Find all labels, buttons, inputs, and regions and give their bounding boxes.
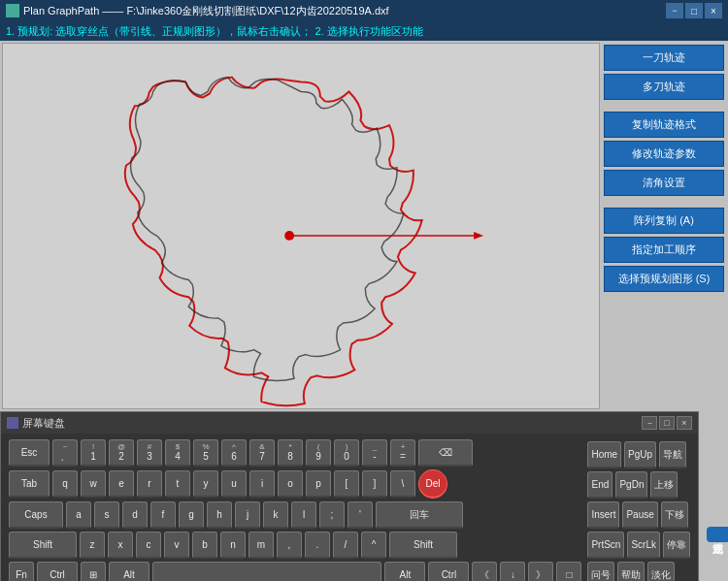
key-move-down[interactable]: 下移 (661, 501, 688, 529)
key-t[interactable]: t (165, 470, 190, 498)
key-end[interactable]: End (587, 471, 612, 499)
key-a[interactable]: a (66, 501, 91, 529)
key-right[interactable]: 》 (528, 562, 553, 581)
key-8[interactable]: *8 (278, 439, 303, 467)
key-o[interactable]: o (278, 470, 303, 498)
key-g[interactable]: g (179, 501, 204, 529)
key-dock[interactable]: 停靠 (663, 532, 690, 559)
key-k[interactable]: k (263, 501, 288, 529)
key-left[interactable]: 《 (472, 562, 497, 581)
key-del[interactable]: Del (418, 469, 447, 499)
key-w[interactable]: w (81, 470, 106, 498)
key-z[interactable]: z (80, 532, 105, 559)
key-i[interactable]: i (249, 470, 275, 498)
key-s[interactable]: s (94, 501, 119, 529)
key-9[interactable]: (9 (306, 439, 331, 467)
btn-single-path[interactable]: 一刀轨迹 (604, 45, 724, 71)
key-c[interactable]: c (136, 532, 161, 559)
btn-multi-path[interactable]: 多刀轨迹 (604, 74, 724, 100)
key-equals[interactable]: += (390, 439, 415, 467)
btn-copy-format[interactable]: 复制轨迹格式 (604, 112, 724, 138)
key-v[interactable]: v (164, 532, 189, 559)
maximize-button[interactable]: □ (685, 3, 703, 18)
key-n[interactable]: n (220, 532, 246, 559)
key-x[interactable]: x (108, 532, 133, 559)
key-pgup[interactable]: PgUp (624, 441, 656, 468)
key-fn[interactable]: Fn (9, 562, 34, 581)
key-backspace[interactable]: ⌫ (418, 439, 473, 467)
key-period[interactable]: . (305, 532, 330, 559)
key-navigate[interactable]: 导航 (659, 441, 686, 468)
kb-maximize-button[interactable]: □ (659, 416, 675, 430)
key-1[interactable]: !1 (81, 439, 106, 467)
key-pgdn[interactable]: PgDn (615, 471, 647, 499)
key-ctrl-right[interactable]: Ctrl (428, 562, 469, 581)
key-u[interactable]: u (221, 470, 247, 498)
btn-select-preplanning[interactable]: 选择预规划图形 (S) (604, 266, 724, 292)
btn-array-copy[interactable]: 阵列复制 (A) (604, 208, 724, 234)
minimize-button[interactable]: － (666, 3, 683, 18)
key-question[interactable]: 问号 (587, 562, 614, 581)
key-m[interactable]: m (248, 532, 274, 559)
key-tab[interactable]: Tab (9, 470, 50, 498)
btn-process-order[interactable]: 指定加工顺序 (604, 237, 724, 263)
key-q[interactable]: q (52, 470, 78, 498)
key-help[interactable]: 帮助 (617, 562, 645, 581)
key-insert[interactable]: Insert (587, 501, 619, 529)
key-lbracket[interactable]: [ (334, 470, 359, 498)
key-p[interactable]: p (306, 470, 331, 498)
btn-clear-corner[interactable]: 清角设置 (604, 170, 724, 196)
key-fade[interactable]: 淡化 (647, 562, 675, 581)
key-7[interactable]: &7 (249, 439, 275, 467)
key-r[interactable]: r (137, 470, 162, 498)
key-l[interactable]: l (291, 501, 316, 529)
key-down[interactable]: ↓ (500, 562, 525, 581)
btn-modify-params[interactable]: 修改轨迹参数 (604, 141, 724, 167)
key-quote[interactable]: ' (347, 501, 373, 529)
kb-close-button[interactable]: × (677, 416, 692, 430)
key-d[interactable]: d (122, 501, 148, 529)
key-menu[interactable]: □ (556, 562, 581, 581)
key-caps[interactable]: Caps (9, 501, 63, 529)
canvas-area[interactable] (2, 43, 600, 409)
key-up[interactable]: ^ (361, 532, 386, 559)
key-win[interactable]: ⊞ (81, 562, 106, 581)
key-esc[interactable]: Esc (9, 439, 50, 467)
key-alt-right[interactable]: Alt (384, 562, 425, 581)
key-e[interactable]: e (109, 470, 134, 498)
key-0[interactable]: )0 (334, 439, 359, 467)
key-y[interactable]: y (193, 470, 218, 498)
key-pause[interactable]: Pause (622, 501, 657, 529)
kb-right-row-4: PrtScn ScrLk 停靠 (587, 532, 690, 559)
key-home[interactable]: Home (587, 441, 621, 468)
key-f[interactable]: f (150, 501, 176, 529)
keyboard-title-text: 屏幕键盘 (22, 416, 65, 431)
key-alt-left[interactable]: Alt (109, 562, 149, 581)
key-tilde[interactable]: ~、 (52, 439, 78, 467)
key-backslash[interactable]: \ (390, 470, 415, 498)
side-tab-complete[interactable]: 规划完成 (707, 527, 728, 542)
key-semicolon[interactable]: ; (319, 501, 345, 529)
key-ctrl-left[interactable]: Ctrl (37, 562, 78, 581)
key-5[interactable]: %5 (193, 439, 218, 467)
key-j[interactable]: j (235, 501, 260, 529)
key-prtscn[interactable]: PrtScn (587, 532, 624, 559)
key-comma[interactable]: , (277, 532, 302, 559)
key-b[interactable]: b (192, 532, 217, 559)
key-slash[interactable]: / (333, 532, 358, 559)
key-minus[interactable]: _- (362, 439, 387, 467)
key-3[interactable]: #3 (137, 439, 162, 467)
key-space[interactable] (152, 562, 381, 581)
key-rbracket[interactable]: ] (362, 470, 387, 498)
kb-minimize-button[interactable]: － (642, 416, 657, 430)
key-4[interactable]: $4 (165, 439, 190, 467)
key-enter[interactable]: 回车 (376, 501, 463, 529)
key-shift-right[interactable]: Shift (389, 532, 457, 559)
key-6[interactable]: ^6 (221, 439, 247, 467)
key-shift-left[interactable]: Shift (9, 532, 77, 559)
key-2[interactable]: @2 (109, 439, 134, 467)
key-scrlk[interactable]: ScrLk (627, 532, 660, 559)
key-move-up[interactable]: 上移 (650, 471, 678, 499)
key-h[interactable]: h (207, 501, 232, 529)
close-button[interactable]: × (705, 3, 722, 18)
